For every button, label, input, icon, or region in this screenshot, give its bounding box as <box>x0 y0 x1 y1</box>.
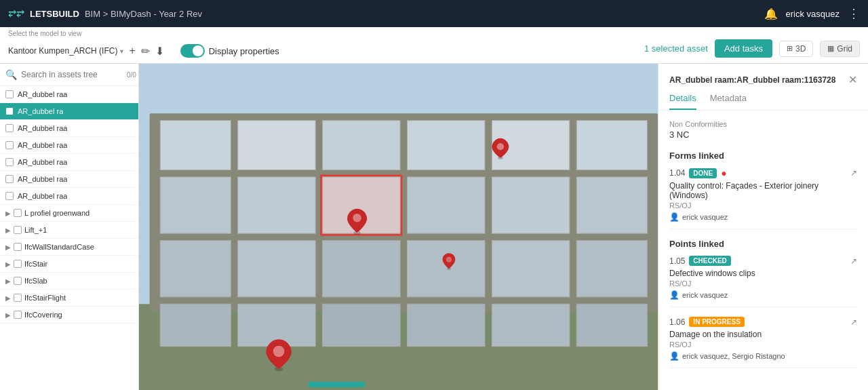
group-label: L profiel groenwand <box>24 209 90 217</box>
point-linked-item: 1.06 IN PROGRESS ↗ Damage on the insulat… <box>669 317 857 368</box>
group-label: IfcStair <box>24 260 47 268</box>
external-link-icon[interactable]: ↗ <box>850 168 857 178</box>
item-title: Defective windows clips <box>669 269 857 278</box>
svg-rect-22 <box>160 304 231 346</box>
svg-rect-16 <box>160 241 231 297</box>
3d-view-button[interactable]: ⊞ 3D <box>779 41 813 57</box>
external-link-icon[interactable]: ↗ <box>850 256 857 266</box>
item-checkbox[interactable]: ✓ <box>5 107 14 115</box>
search-input[interactable] <box>21 70 123 79</box>
tab-details[interactable]: Details <box>669 93 696 110</box>
logo-icon: ⥂⥂ <box>8 8 24 19</box>
download-model-button[interactable]: ⬇ <box>155 45 164 58</box>
toggle-switch[interactable] <box>180 44 205 58</box>
item-checkbox[interactable] <box>5 175 14 183</box>
svg-rect-3 <box>160 121 231 170</box>
left-sidebar: 🔍 0/0 ⌃ ⌃ AR_dubbel raa✓AR_dubbel raAR_d… <box>0 64 139 390</box>
list-item[interactable]: AR_dubbel raa <box>0 154 138 171</box>
group-checkbox[interactable] <box>14 243 22 251</box>
logo-text: LETSBUILD <box>30 9 79 19</box>
group-label: IfcWallStandardCase <box>24 243 94 251</box>
item-subtitle: RS/OJ <box>669 279 857 288</box>
status-badge: DONE <box>689 168 717 178</box>
item-header: 1.06 IN PROGRESS ↗ <box>669 317 857 327</box>
group-label: IfcSlab <box>24 277 47 285</box>
item-number: 1.06 <box>669 317 685 327</box>
group-checkbox[interactable] <box>14 209 22 217</box>
group-checkbox[interactable] <box>14 294 22 302</box>
expand-icon: ▶ <box>5 243 11 251</box>
item-label: AR_dubbel raa <box>18 141 67 149</box>
group-item[interactable]: ▶ IfcStair <box>0 256 138 273</box>
group-item[interactable]: ▶ L profiel groenwand <box>0 205 138 222</box>
add-model-button[interactable]: + <box>129 45 135 57</box>
list-item[interactable]: AR_dubbel raa <box>0 137 138 154</box>
edit-model-button[interactable]: ✏ <box>141 45 150 58</box>
form-linked-item: 1.04 DONE ● ↗ Quality control: Façades -… <box>669 168 857 229</box>
asset-list: AR_dubbel raa✓AR_dubbel raAR_dubbel raaA… <box>0 86 138 390</box>
expand-icon: ▶ <box>5 294 11 302</box>
search-icon: 🔍 <box>5 69 17 80</box>
group-item[interactable]: ▶ IfcSlab <box>0 273 138 290</box>
group-item[interactable]: ▶ IfcStairFlight <box>0 290 138 307</box>
group-item[interactable]: ▶ Lift_+1 <box>0 222 138 239</box>
tab-metadata[interactable]: Metadata <box>710 93 747 110</box>
bell-icon[interactable]: 🔔 <box>764 7 778 20</box>
non-conformities-section: Non Conformities 3 NC <box>669 120 857 140</box>
pagination: 0/0 ⌃ ⌃ <box>127 69 139 80</box>
grid-icon: ▦ <box>827 44 834 53</box>
svg-rect-4 <box>238 121 315 170</box>
item-number: 1.04 <box>669 168 685 178</box>
group-item[interactable]: ▶ IfcWallStandardCase <box>0 239 138 256</box>
external-link-icon[interactable]: ↗ <box>850 317 857 327</box>
list-item[interactable]: AR_dubbel raa <box>0 171 138 188</box>
item-checkbox[interactable] <box>5 158 14 166</box>
expand-icon: ▶ <box>5 277 11 285</box>
item-checkbox[interactable] <box>5 124 14 132</box>
svg-rect-19 <box>408 241 485 297</box>
alert-icon: ● <box>721 168 726 178</box>
menu-icon[interactable]: ⋮ <box>848 6 860 21</box>
nav-right: 🔔 erick vasquez ⋮ <box>764 6 860 21</box>
points-linked-title: Points linked <box>669 239 857 249</box>
group-checkbox[interactable] <box>14 226 22 234</box>
group-checkbox[interactable] <box>14 277 22 285</box>
expand-icon: ▶ <box>5 260 11 268</box>
svg-rect-8 <box>576 121 647 170</box>
main-area: 🔍 0/0 ⌃ ⌃ AR_dubbel raa✓AR_dubbel raAR_d… <box>0 64 868 390</box>
list-item[interactable]: AR_dubbel raa <box>0 188 138 205</box>
model-selector[interactable]: Kantoor Kumpen_ARCH (IFC) ▾ <box>8 46 123 56</box>
list-item[interactable]: ✓AR_dubbel ra <box>0 103 138 120</box>
chevron-down-icon: ▾ <box>120 47 123 55</box>
item-label: AR_dubbel raa <box>18 158 67 166</box>
points-linked-section: Points linked 1.05 CHECKED ↗ Defective w… <box>669 239 857 368</box>
list-item[interactable]: AR_dubbel raa <box>0 120 138 137</box>
item-label: AR_dubbel raa <box>18 124 67 132</box>
svg-rect-24 <box>323 304 400 346</box>
list-item[interactable]: AR_dubbel raa <box>0 86 138 103</box>
item-title: Damage on the insulation <box>669 330 857 339</box>
svg-point-33 <box>446 257 452 262</box>
item-checkbox[interactable] <box>5 192 14 200</box>
3d-viewport[interactable] <box>139 64 658 390</box>
status-badge: CHECKED <box>689 256 730 266</box>
forms-linked-section: Forms linked 1.04 DONE ● ↗ Quality contr… <box>669 151 857 229</box>
item-checkbox[interactable] <box>5 141 14 149</box>
svg-rect-18 <box>323 241 400 297</box>
group-checkbox[interactable] <box>14 260 22 268</box>
grid-view-button[interactable]: ▦ Grid <box>820 41 860 57</box>
item-header: 1.05 CHECKED ↗ <box>669 256 857 266</box>
panel-close-button[interactable]: ✕ <box>848 73 857 86</box>
svg-rect-14 <box>492 177 569 233</box>
item-checkbox[interactable] <box>5 90 14 98</box>
svg-rect-27 <box>576 304 647 346</box>
expand-icon: ▶ <box>5 210 11 217</box>
add-tasks-button[interactable]: Add tasks <box>715 39 772 58</box>
svg-rect-17 <box>238 241 315 297</box>
svg-point-31 <box>353 214 361 222</box>
3d-icon: ⊞ <box>787 44 793 53</box>
group-item[interactable]: ▶ IfcCovering <box>0 307 138 324</box>
expand-icon: ▶ <box>5 227 11 234</box>
group-checkbox[interactable] <box>14 311 22 319</box>
top-navigation: ⥂⥂ LETSBUILD BIM > BIMyDash - Year 2 Rev… <box>0 0 868 27</box>
